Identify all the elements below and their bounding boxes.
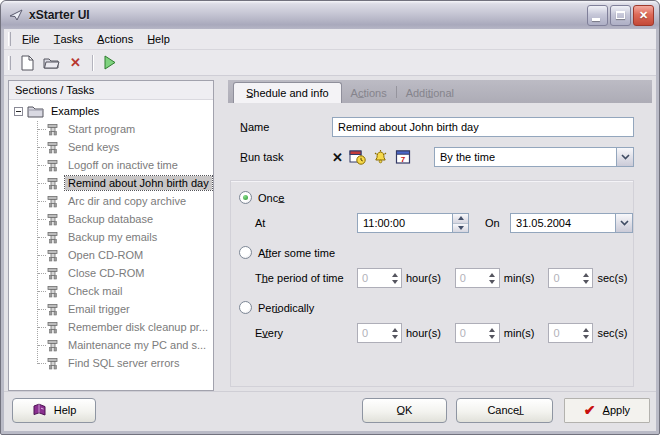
once-label: Once̲	[258, 192, 284, 204]
minimize-button[interactable]	[587, 5, 608, 26]
new-task-button[interactable]	[16, 52, 39, 73]
tab-additional[interactable]: Addit̲ional	[397, 83, 463, 103]
tree-item-find-sql-errors[interactable]: Find SQL server errors	[9, 354, 213, 372]
after-seconds-spinner[interactable]: 0	[548, 268, 593, 288]
collapse-icon[interactable]	[14, 107, 23, 116]
task-icon	[47, 249, 60, 262]
tab-schedule-and-info[interactable]: S̲hedule and info	[233, 82, 342, 103]
spin-arrows[interactable]	[390, 273, 401, 284]
spin-arrows[interactable]	[581, 328, 592, 339]
arrow-down-icon	[583, 280, 589, 284]
periodically-radio[interactable]	[239, 301, 252, 314]
menu-file[interactable]: F̲ile	[15, 30, 47, 48]
tree-item-backup-database[interactable]: Backup database	[9, 210, 213, 228]
seconds-suffix-label: sec(s)	[597, 327, 627, 339]
tree-item-logoff[interactable]: Logoff on inactive time	[9, 156, 213, 174]
menu-help[interactable]: H̲elp	[140, 30, 177, 48]
run-task-row: R̲un task 7 By the time	[240, 147, 634, 167]
tree-item-send-keys[interactable]: Send keys	[9, 138, 213, 156]
task-icon	[47, 231, 60, 244]
toolbar-separator	[92, 55, 93, 71]
apply-button[interactable]: A̲pply	[564, 398, 650, 423]
delete-task-button[interactable]	[64, 52, 87, 73]
app-window: xStarter UI F̲ile T̲asks A̲ctions H̲elp	[0, 0, 660, 435]
tree-item-maintenance[interactable]: Maintenance my PC and s...	[9, 336, 213, 354]
run-task-selected-value: By the time	[435, 151, 616, 163]
calendar-icon[interactable]: 7	[395, 149, 411, 165]
every-label: Ev̲ery	[255, 327, 357, 339]
periodically-radio-row: Peri̲odically	[239, 301, 633, 314]
svg-text:7: 7	[401, 155, 406, 164]
date-value: 31.05.2004	[511, 217, 615, 229]
date-select[interactable]: 31.05.2004	[510, 213, 633, 233]
date-dropdown-button[interactable]	[615, 214, 632, 232]
arrow-down-icon	[489, 335, 495, 339]
tab-actions[interactable]: Ac̲tions	[342, 83, 396, 103]
at-label: At	[255, 217, 357, 229]
tree-item-open-cdrom[interactable]: Open CD-ROM	[9, 246, 213, 264]
menu-tasks[interactable]: T̲asks	[47, 30, 90, 48]
tree-item-remind-selected[interactable]: Remind about John birth day	[9, 174, 213, 192]
panel-splitter[interactable]	[214, 80, 228, 391]
window-frame: F̲ile T̲asks A̲ctions H̲elp Sections	[4, 29, 656, 431]
every-seconds-spinner[interactable]: 0	[548, 323, 593, 343]
after-some-time-label: Af̲ter some time	[258, 247, 335, 259]
footer-bar: Help O̲K Cancel̲ A̲pply	[4, 391, 656, 431]
maximize-button[interactable]	[610, 5, 631, 26]
chevron-down-icon	[621, 154, 630, 160]
arrow-up-icon	[583, 328, 589, 332]
run-task-dropdown-button[interactable]	[616, 148, 633, 166]
tree-item-email-trigger[interactable]: Email trigger	[9, 300, 213, 318]
time-spinner[interactable]: 11:00:00	[357, 213, 469, 233]
task-icon	[47, 357, 60, 370]
arrow-up-icon	[392, 328, 398, 332]
run-task-button[interactable]	[98, 52, 121, 73]
tree-item-arc-dir[interactable]: Arc dir and copy archive	[9, 192, 213, 210]
schedule-group: Once̲ At 11:00:00 On	[230, 180, 634, 387]
sidebar-header: Sections / Tasks	[9, 81, 213, 100]
tree-item-check-mail[interactable]: Check mail	[9, 282, 213, 300]
open-button[interactable]	[40, 52, 63, 73]
tree-root-examples[interactable]: Examples	[9, 102, 213, 120]
no-schedule-icon[interactable]	[332, 150, 343, 165]
spin-arrows[interactable]	[390, 328, 401, 339]
tree-item-disk-cleanup[interactable]: Remember disk cleanup pr...	[9, 318, 213, 336]
spin-arrows[interactable]	[488, 328, 499, 339]
alarm-bell-icon[interactable]	[372, 149, 389, 165]
maximize-icon	[616, 11, 625, 19]
tree-item-backup-emails[interactable]: Backup my emails	[9, 228, 213, 246]
date-time-icon[interactable]	[349, 149, 366, 165]
arrow-up-icon	[489, 328, 495, 332]
run-task-select[interactable]: By the time	[434, 147, 634, 167]
period-of-time-label: Th̲e period of time	[255, 272, 357, 284]
task-icon	[47, 267, 60, 280]
every-minutes-spinner[interactable]: 0	[455, 323, 500, 343]
chevron-down-icon	[620, 220, 629, 226]
menubar: F̲ile T̲asks A̲ctions H̲elp	[4, 29, 656, 50]
task-icon	[47, 123, 60, 136]
every-hours-spinner[interactable]: 0	[357, 323, 402, 343]
help-button[interactable]: Help	[12, 398, 96, 423]
close-button[interactable]	[633, 5, 654, 26]
arrow-up-icon	[489, 273, 495, 277]
once-detail-row: At 11:00:00 On 31.05.2004	[255, 213, 633, 233]
cancel-button[interactable]: Cancel̲	[456, 398, 553, 423]
ok-button[interactable]: O̲K	[362, 398, 447, 423]
periodically-detail-row: Ev̲ery 0 hour(s) 0 min(s)	[255, 323, 633, 343]
spin-down-button[interactable]	[453, 224, 468, 233]
once-radio[interactable]	[239, 191, 252, 204]
close-icon	[639, 9, 648, 22]
tree-item-close-cdrom[interactable]: Close CD-ROM	[9, 264, 213, 282]
after-some-time-radio[interactable]	[239, 246, 252, 259]
after-hours-spinner[interactable]: 0	[357, 268, 402, 288]
spin-arrows[interactable]	[488, 273, 499, 284]
after-minutes-spinner[interactable]: 0	[455, 268, 500, 288]
arrow-up-icon	[458, 216, 464, 220]
spin-up-button[interactable]	[453, 214, 468, 224]
task-icon	[47, 141, 60, 154]
name-input[interactable]	[332, 117, 634, 137]
task-icon	[47, 285, 60, 298]
tree-item-start-program[interactable]: Start program	[9, 120, 213, 138]
spin-arrows[interactable]	[581, 273, 592, 284]
menu-actions[interactable]: A̲ctions	[90, 30, 140, 48]
